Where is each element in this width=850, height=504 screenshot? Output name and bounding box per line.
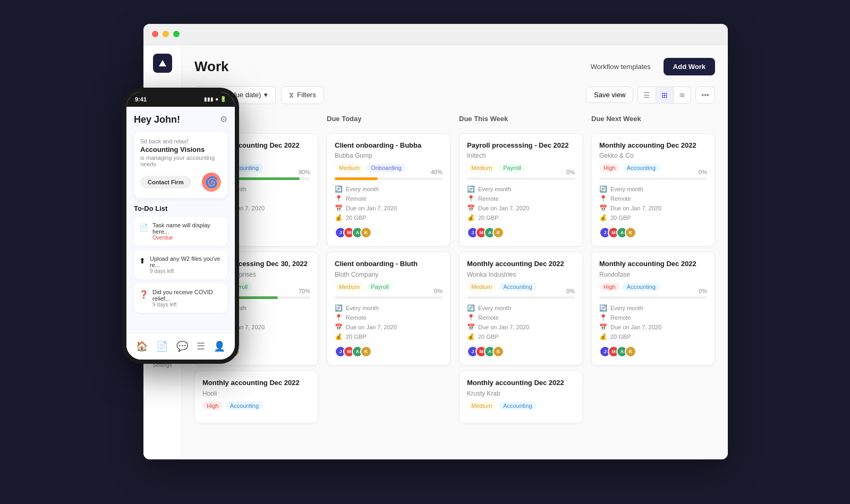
card-today-2[interactable]: Client onboarding - Bluth Bluth Company … <box>327 252 450 365</box>
phone-notch: 9:41 ▮▮▮ ● 🔋 <box>126 92 235 107</box>
card-title: Payroll processsing - Dec 2022 <box>467 141 575 150</box>
nav-menu-icon[interactable]: ☰ <box>197 340 205 352</box>
grid-view-button[interactable]: ⊞ <box>656 87 674 103</box>
todo-icon-1: 📄 <box>139 223 148 232</box>
maximize-dot[interactable] <box>173 31 180 37</box>
progress-bar: 0% <box>335 296 443 299</box>
nav-docs-icon[interactable]: 📄 <box>156 340 168 352</box>
progress-label: 40% <box>431 169 443 175</box>
card-title: Monthly accounting Dec 2022 <box>599 141 707 150</box>
mobile-phone: 9:41 ▮▮▮ ● 🔋 Hey John! ⚙ Sit back and re… <box>122 88 239 364</box>
tag-payroll: Payroll <box>499 164 525 172</box>
progress-bar: 0% <box>599 177 707 180</box>
save-view-button[interactable]: Save view <box>586 87 633 103</box>
accounting-card: Sit back and relax! Accounting Visions i… <box>134 132 227 198</box>
progress-bar: 0% <box>467 296 575 299</box>
chart-view-button[interactable]: ≋ <box>674 87 691 103</box>
card-week-1[interactable]: Payroll processsing - Dec 2022 Initech M… <box>459 133 583 247</box>
card-today-1[interactable]: Client onboarding - Bubba Bubba Gump Med… <box>327 133 450 247</box>
app-logo <box>153 54 172 73</box>
due-date: Due on Jan 7, 2020 <box>346 205 397 211</box>
card-meta: 🔄Every month 📍Remote 📅Due on Jan 7, 2020… <box>599 304 707 340</box>
chevron-down-icon: ▾ <box>264 91 268 99</box>
nav-home-icon[interactable]: 🏠 <box>136 340 148 352</box>
todo-item-1: 📄 Task name will display here... Overdue <box>134 217 227 246</box>
amount: 20 GBP <box>610 215 631 221</box>
phone-time: 9:41 <box>135 96 147 102</box>
filter-icon: ⧖ <box>289 91 294 99</box>
tag-high: High <box>202 402 223 410</box>
browser-titlebar <box>143 24 728 45</box>
progress-bar: 0% <box>467 177 575 180</box>
minimize-dot[interactable] <box>163 31 169 37</box>
location: Remote <box>478 195 499 202</box>
avatar: K <box>492 227 504 238</box>
location: Remote <box>610 195 631 202</box>
avatar: K <box>625 346 636 357</box>
column-due-today: Due Today Client onboarding - Bubba Bubb… <box>327 115 450 429</box>
recurrence: Every month <box>610 305 643 311</box>
tag-medium: Medium <box>335 164 364 172</box>
card-company: Wonka Industries <box>467 271 575 278</box>
main-content: Work Workflow templates Add Work Work (b… <box>182 45 728 459</box>
close-dot[interactable] <box>152 31 158 37</box>
recurrence: Every month <box>346 186 379 192</box>
contact-firm-button[interactable]: Contact Firm <box>140 176 191 189</box>
card-meta: 🔄Every month 📍Remote 📅Due on Jan 7, 2020… <box>599 185 707 221</box>
card-title: Monthly accounting Dec 2022 <box>467 379 575 388</box>
progress-bar: 40% <box>335 177 443 180</box>
tag-high: High <box>599 283 620 291</box>
more-options-button[interactable]: ••• <box>695 87 715 104</box>
card-next-week-1[interactable]: Monthly accounting Dec 2022 Gekko & Co H… <box>591 133 715 247</box>
todo-status-3: 9 days left <box>152 302 222 307</box>
tag-medium: Medium <box>467 402 496 410</box>
card-next-week-2[interactable]: Monthly accounting Dec 2022 Rundofase Hi… <box>591 252 715 365</box>
due-date: Due on Jan 7, 2020 <box>478 324 529 330</box>
card-tags: Medium Onboarding <box>335 164 443 172</box>
workflow-templates-button[interactable]: Workflow templates <box>584 58 657 75</box>
card-tags: Medium Accounting <box>467 283 575 291</box>
card-tags: Medium Payroll <box>467 164 575 172</box>
nav-profile-icon[interactable]: 👤 <box>214 340 225 352</box>
todo-icon-3: ❓ <box>139 290 148 298</box>
nav-chat-icon[interactable]: 💬 <box>176 340 188 352</box>
card-tags: High Accounting <box>599 283 707 291</box>
page-title: Work <box>194 58 229 75</box>
column-header-due-this-week: Due This Week <box>459 115 583 127</box>
page-header: Work Workflow templates Add Work <box>194 58 715 75</box>
progress-label: 70% <box>299 288 310 294</box>
card-overdue-3[interactable]: Monthly accounting Dec 2022 Hooli High A… <box>194 371 318 423</box>
phone-status: ▮▮▮ ● 🔋 <box>204 96 226 102</box>
todo-text-3: Did you receive COVID relief... <box>152 289 222 302</box>
toolbar: Work (by due date) ▾ ⧖ Filters Save view… <box>194 86 715 104</box>
card-tags: High Accounting <box>599 164 707 172</box>
location: Remote <box>346 195 367 202</box>
card-title: Monthly accounting Dec 2022 <box>202 379 310 388</box>
card-meta: 🔄Every month 📍Remote 📅Due on Jan 7, 2020… <box>335 304 443 340</box>
tag-accounting: Accounting <box>499 283 536 291</box>
view-toggle: ☰ ⊞ ≋ <box>638 87 691 104</box>
card-week-3[interactable]: Monthly accounting Dec 2022 Krusty Krab … <box>459 371 583 423</box>
progress-label: 0% <box>699 169 707 175</box>
gear-icon[interactable]: ⚙ <box>220 114 227 124</box>
card-tags: High Accounting <box>202 402 310 410</box>
avatar: K <box>492 346 504 357</box>
tag-medium: Medium <box>335 283 364 291</box>
progress-fill <box>335 177 378 180</box>
avatar: K <box>625 227 636 238</box>
column-due-this-week: Due This Week Payroll processsing - Dec … <box>459 115 583 429</box>
add-work-button[interactable]: Add Work <box>664 58 715 75</box>
toolbar-right: Save view ☰ ⊞ ≋ ••• <box>586 87 715 104</box>
card-week-2[interactable]: Monthly accounting Dec 2022 Wonka Indust… <box>459 252 583 365</box>
location: Remote <box>610 314 631 321</box>
avatar: K <box>360 227 372 238</box>
location: Remote <box>346 314 367 321</box>
list-view-button[interactable]: ☰ <box>638 87 656 103</box>
filters-button[interactable]: ⧖ Filters <box>281 86 324 104</box>
sit-back-text: Sit back and relax! <box>140 138 221 144</box>
scene: 9:41 ▮▮▮ ● 🔋 Hey John! ⚙ Sit back and re… <box>122 24 728 481</box>
phone-body: Hey John! ⚙ Sit back and relax! Accounti… <box>126 107 235 333</box>
tag-payroll: Payroll <box>367 283 393 291</box>
todo-text-2: Upload any W2 files you've re... <box>150 255 222 268</box>
card-title: Monthly accounting Dec 2022 <box>599 260 707 269</box>
